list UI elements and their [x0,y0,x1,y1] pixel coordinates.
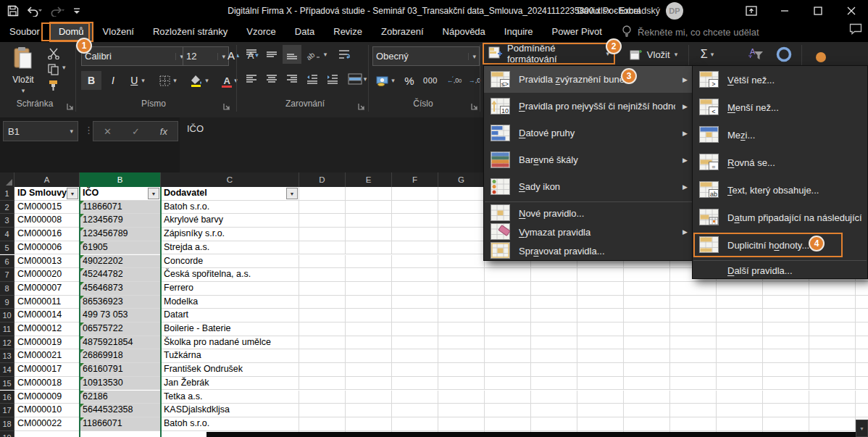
filter-dropdown-icon[interactable]: ▼ [286,188,298,199]
cell[interactable] [809,282,856,296]
data-cell[interactable]: CM000020 [14,268,80,282]
italic-button[interactable]: I [104,71,122,90]
decrease-decimal-icon[interactable]: →,0 [465,71,484,90]
row-header-9[interactable]: 9 [0,296,14,309]
number-format-combo[interactable]: Obecný▾ [372,46,480,66]
row-header-18[interactable]: 18 [0,417,14,431]
cell[interactable] [670,417,717,431]
cell[interactable] [485,349,531,363]
cell[interactable] [299,214,346,228]
font-dialog-launcher-icon[interactable] [223,100,230,113]
cell[interactable] [346,268,392,282]
data-cell[interactable]: CM000014 [14,309,80,322]
cell[interactable] [531,363,577,377]
tab-revize[interactable]: Revize [324,22,372,42]
underline-button[interactable]: U▾ [125,71,151,90]
cell[interactable] [809,309,856,322]
cell[interactable] [485,309,531,322]
cell[interactable] [717,363,763,377]
cell[interactable] [856,363,868,377]
row-header-12[interactable]: 12 [0,336,14,350]
valign-bottom-icon[interactable] [283,45,301,64]
tab-vzorce[interactable]: Vzorce [237,22,285,42]
cell[interactable] [346,377,392,391]
cell[interactable] [856,377,868,391]
increase-indent-icon[interactable] [323,70,342,88]
data-cell[interactable]: 5644532358 [80,404,161,417]
data-cell[interactable]: František Ondrušek [161,363,299,377]
cell[interactable] [856,296,868,309]
select-all-corner[interactable] [0,172,14,187]
percent-style-button[interactable]: % [401,71,417,90]
cell[interactable] [485,404,531,417]
maximize-icon[interactable] [801,0,835,22]
cell[interactable] [763,349,809,363]
cut-scissors-icon[interactable] [45,46,62,61]
row-header-16[interactable]: 16 [0,391,14,404]
cell[interactable] [531,336,577,350]
cell[interactable] [346,296,392,309]
copy-icon[interactable] [45,62,62,77]
data-cell[interactable]: 11866071 [80,417,161,431]
row-header-7[interactable]: 7 [0,268,14,282]
cell[interactable] [346,404,392,417]
row-header-14[interactable]: 14 [0,363,14,377]
row-header-10[interactable]: 10 [0,309,14,322]
data-cell[interactable]: 26869918 [80,349,161,363]
cell[interactable] [809,417,856,431]
menu-item-spravovat-pravidla[interactable]: Spravovat pravidla... [484,241,693,260]
cell[interactable] [485,296,531,309]
cell[interactable] [346,322,392,336]
cell[interactable] [717,349,763,363]
cell[interactable] [438,187,485,201]
merge-center-icon[interactable]: ▾ [345,70,370,88]
cell[interactable] [577,363,624,377]
font-name-combo[interactable]: Calibri▾ [81,46,187,66]
row-header-13[interactable]: 13 [0,349,14,363]
cell[interactable] [392,377,438,391]
cell[interactable] [670,296,717,309]
font-size-combo[interactable]: 12▾ [183,46,229,66]
cell[interactable] [763,336,809,350]
cell[interactable] [717,417,763,431]
cell[interactable] [624,282,670,296]
tab-power-pivot[interactable]: Power Pivot [543,22,612,42]
cell[interactable] [577,309,624,322]
data-cell[interactable]: CM000012 [14,322,80,336]
row-header-4[interactable]: 4 [0,228,14,241]
data-cell[interactable]: 12345679 [80,214,161,228]
submenu-item-další-pravidla[interactable]: Další pravidla... [693,262,867,278]
cell[interactable] [763,417,809,431]
data-cell[interactable]: Modelka [161,296,299,309]
cell[interactable] [299,349,346,363]
data-cell[interactable]: CM000006 [14,241,80,255]
cell[interactable] [856,349,868,363]
column-header-d[interactable]: D [299,172,346,187]
data-cell[interactable]: Školka pro nadané umělce [161,336,299,350]
cell[interactable] [856,282,868,296]
cell[interactable] [624,349,670,363]
cell[interactable] [392,228,438,241]
cell[interactable] [299,187,346,201]
cell[interactable] [346,336,392,350]
cell[interactable] [577,282,624,296]
cell[interactable] [438,336,485,350]
cell[interactable] [346,363,392,377]
cell[interactable] [763,363,809,377]
clipboard-dialog-launcher-icon[interactable] [67,100,74,113]
cell[interactable] [346,201,392,215]
format-painter-icon[interactable] [45,78,62,93]
cell[interactable] [485,336,531,350]
cell[interactable] [670,391,717,404]
data-cell[interactable]: 10913530 [80,377,161,391]
tell-me-search[interactable]: Řekněte mi, co chcete udělat [622,22,759,42]
row-header-8[interactable]: 8 [0,282,14,296]
cell[interactable] [299,255,346,269]
ribbon-display-options-icon[interactable] [735,0,768,22]
cell[interactable] [346,187,392,201]
submenu-item-rovná-se[interactable]: =Rovná se... [693,149,867,176]
bold-button[interactable]: B [81,71,101,90]
cell[interactable] [670,322,717,336]
cell[interactable] [577,336,624,350]
data-cell[interactable]: CM000022 [14,417,80,431]
